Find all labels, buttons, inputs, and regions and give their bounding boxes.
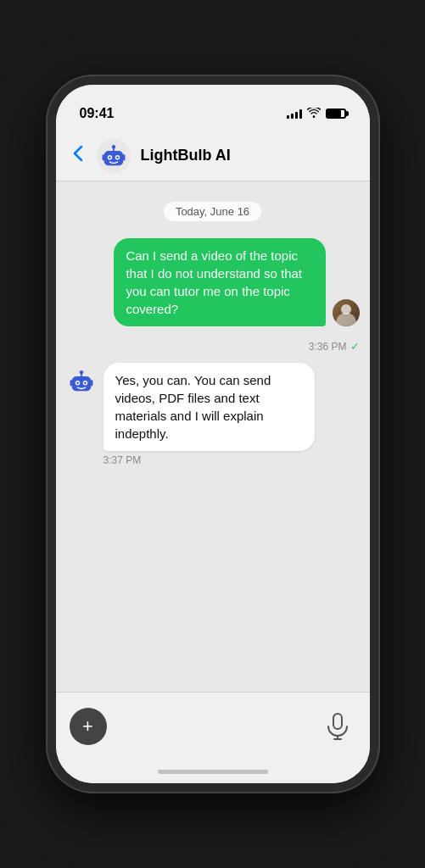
signal-bars-icon — [287, 108, 302, 119]
svg-rect-17 — [90, 380, 92, 386]
bot-message-row: Yes, you can. You can send videos, PDF f… — [66, 363, 360, 451]
svg-point-12 — [76, 381, 79, 384]
chat-area[interactable]: Today, June 16 Can I send a video of the… — [56, 181, 370, 692]
add-button[interactable]: + — [70, 708, 107, 745]
battery-fill — [327, 110, 341, 117]
user-avatar — [333, 299, 360, 326]
svg-point-4 — [116, 156, 119, 159]
robot-icon — [98, 141, 129, 171]
user-message-bubble: Can I send a video of the topic that I d… — [114, 238, 325, 326]
bot-message-avatar — [66, 366, 97, 397]
user-message-time: 3:36 PM — [309, 341, 347, 353]
user-message-row: Can I send a video of the topic that I d… — [66, 238, 360, 326]
header-title: LightBulb AI — [141, 147, 231, 164]
svg-point-6 — [111, 144, 115, 148]
home-indicator — [56, 760, 370, 783]
back-button[interactable] — [70, 142, 87, 170]
svg-point-13 — [84, 381, 87, 384]
user-avatar-image — [333, 299, 360, 326]
bot-message-bubble: Yes, you can. You can send videos, PDF f… — [103, 363, 315, 451]
date-label: Today, June 16 — [164, 202, 261, 221]
svg-rect-7 — [102, 154, 104, 160]
voice-button[interactable] — [319, 708, 356, 745]
status-bar: 09:41 — [56, 85, 370, 131]
chat-header: LightBulb AI — [56, 131, 370, 181]
bot-message-meta: 3:37 PM — [66, 454, 360, 466]
svg-rect-16 — [70, 380, 72, 386]
microphone-icon — [327, 713, 349, 740]
wifi-icon — [307, 107, 321, 120]
bot-avatar — [97, 139, 131, 173]
svg-rect-18 — [333, 714, 342, 729]
svg-point-3 — [109, 156, 111, 159]
read-receipt-icon: ✓ — [350, 340, 360, 353]
input-area: + — [56, 692, 370, 760]
home-bar — [158, 770, 268, 774]
svg-rect-8 — [122, 154, 125, 160]
user-message-text: Can I send a video of the topic that I d… — [126, 248, 302, 316]
phone-inner: 09:41 — [56, 85, 370, 783]
add-icon: + — [82, 717, 93, 736]
phone-frame: 09:41 — [48, 76, 378, 792]
user-message-meta: 3:36 PM ✓ — [66, 340, 360, 353]
bot-message-group: Yes, you can. You can send videos, PDF f… — [66, 363, 360, 466]
status-time: 09:41 — [80, 106, 115, 121]
date-separator: Today, June 16 — [66, 202, 360, 221]
status-icons — [287, 107, 346, 120]
svg-point-15 — [79, 370, 83, 375]
bot-message-time: 3:37 PM — [103, 454, 142, 466]
battery-icon — [326, 108, 346, 119]
bot-message-text: Yes, you can. You can send videos, PDF f… — [115, 373, 271, 441]
